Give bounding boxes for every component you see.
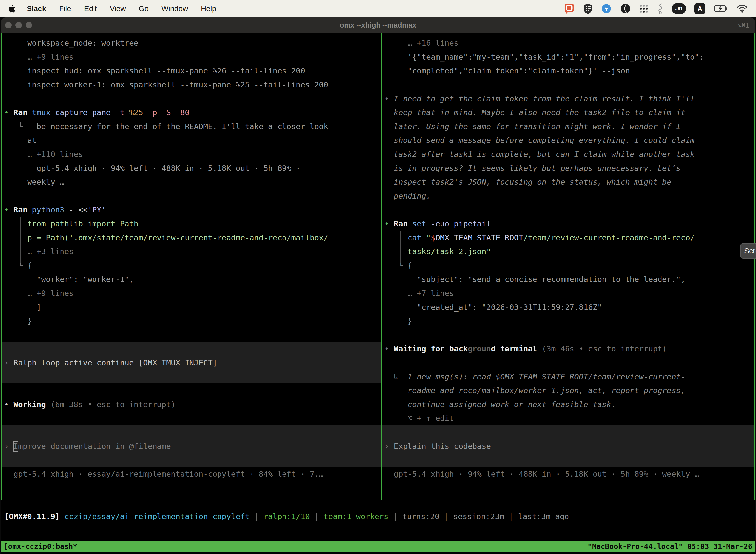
output-line: inspect_worker-1: omx sparkshell --tmux-… [4, 78, 381, 92]
team-workers: team:1 workers [324, 512, 388, 521]
output-line: weekly … [4, 175, 381, 189]
mailbox-message-line: ↳ 1 new msg(s): read $OMX_TEAM_STATE_ROO… [384, 370, 754, 384]
count-badge-icon[interactable]: ..61 [672, 3, 686, 14]
omx-version: [OMX#0.11.9] [4, 512, 60, 521]
code-line: tasks/task-2.json" [384, 244, 754, 258]
input-placeholder: Improve documentation in @filename [9, 442, 171, 450]
tmux-status-bar: [omx-cczip0:bash* "MacBook-Pro-44.local"… [1, 541, 755, 552]
output-line: inspect_hud: omx sparkshell --tmux-pane … [4, 64, 381, 78]
output-line: "completed","claim_token":"claim-token"}… [384, 64, 754, 78]
turns-counter: turns:20 [402, 512, 439, 521]
window-title: omx --xhigh --madmax [1, 17, 755, 33]
bullet-icon: • [4, 400, 9, 409]
thinking-line: task2 after task1 is complete, but can I… [384, 147, 754, 161]
thinking-line: inspect task2's JSON, focusing on the st… [384, 175, 754, 189]
screen-share-overlay: Scre [740, 243, 756, 259]
bullet-icon: • [384, 219, 389, 228]
tmux-panes: workspace_mode: worktree … +9 lines insp… [1, 33, 755, 500]
bullet-icon: • [384, 344, 389, 353]
repo-path: cczip/essay/ai-reimplementation-copyleft [60, 512, 250, 521]
edit-shortcut-hint: ⌥ + ↑ edit [384, 411, 754, 425]
output-line: "worker": "worker-1", [4, 272, 381, 286]
badge-seal-icon[interactable] [601, 3, 612, 14]
thinking-line: • I need to get the claim token from the… [384, 92, 754, 106]
collapsed-lines-indicator: … +16 lines [384, 36, 754, 50]
return-arrow-icon: ↳ [384, 372, 398, 381]
tmux-session-name: [omx-cczip0:bash* [4, 541, 77, 552]
apple-menu-icon[interactable] [8, 5, 15, 13]
macos-menu-bar: Slack File Edit View Go Window Help ..61… [0, 0, 756, 17]
squiggle-icon[interactable] [657, 3, 663, 14]
output-line: └ { [384, 258, 754, 272]
mailbox-message-line: readme-and-reco/mailbox/worker-1.json, a… [384, 384, 754, 397]
active-app-name[interactable]: Slack [27, 4, 46, 13]
ralph-counter: ralph:1/10 [263, 512, 310, 521]
command-line: • Ran tmux capture-pane -t %25 -p -S -80 [4, 106, 381, 119]
collapsed-lines-indicator: … +9 lines [4, 286, 381, 300]
menu-go[interactable]: Go [139, 4, 148, 13]
battery-icon[interactable] [714, 5, 728, 12]
output-line: } [384, 314, 754, 328]
prompt-input[interactable]: › Improve documentation in @filename [2, 439, 381, 453]
code-line: cat "$OMX_TEAM_STATE_ROOT/team/review-cu… [384, 231, 754, 244]
output-line: ] [4, 300, 381, 314]
output-line: └ { [4, 258, 381, 272]
corner-connector-icon: └ [4, 122, 23, 131]
output-line: } [4, 314, 381, 328]
thinking-line: is in progress? It seems likely but perh… [384, 161, 754, 175]
omx-status-footer: [OMX#0.11.9] cczip/essay/ai-reimplementa… [1, 509, 755, 523]
collapsed-lines-indicator: … +7 lines [384, 286, 754, 300]
model-status-line: gpt-5.4 xhigh · essay/ai-reimplementatio… [4, 467, 381, 481]
input-source-icon[interactable]: A [694, 3, 705, 14]
input-placeholder: Explain this codebase [389, 442, 491, 450]
output-line: workspace_mode: worktree [4, 36, 381, 50]
chat-app-icon[interactable] [564, 3, 574, 14]
prompt-chevron-icon: › [384, 442, 389, 450]
collapsed-lines-indicator: … +3 lines [4, 244, 381, 258]
text-cursor [13, 441, 18, 452]
tmux-host-clock: "MacBook-Pro-44.local" 05:03 31-Mar-26 [588, 541, 752, 552]
bullet-icon: • [4, 108, 9, 117]
output-connector-line [20, 217, 20, 263]
menu-window[interactable]: Window [162, 4, 188, 13]
right-terminal-pane: … +16 lines '{"team_name":"my-team","tas… [382, 33, 754, 500]
bullet-icon: • [4, 205, 9, 214]
menu-help[interactable]: Help [201, 4, 216, 13]
wifi-icon[interactable] [737, 4, 748, 13]
left-terminal-pane: workspace_mode: worktree … +9 lines insp… [2, 33, 381, 500]
crescent-disc-icon[interactable] [620, 3, 630, 14]
session-duration: session:23m [453, 512, 504, 521]
menu-view[interactable]: View [110, 4, 126, 13]
command-line: • Ran set -euo pipefail [384, 217, 754, 231]
ralph-loop-status: › Ralph loop active continue [OMX_TMUX_I… [2, 356, 381, 370]
dots-grid-icon[interactable] [639, 4, 649, 14]
prompt-input[interactable]: › Explain this codebase [382, 439, 754, 453]
output-line: '{"team_name":"my-team","task_id":"1","f… [384, 50, 754, 64]
output-line: └ be necessary for the end of the README… [4, 119, 381, 133]
terminal-window: omx --xhigh --madmax ⌥⌘1 workspace_mode:… [1, 17, 755, 554]
waiting-status: • Waiting for background terminal (3m 46… [384, 342, 754, 356]
output-line: gpt-5.4 xhigh · 94% left · 488K in · 5.1… [4, 161, 381, 175]
prompt-chevron-icon: › [4, 358, 9, 367]
last-activity: last:3m ago [518, 512, 569, 521]
window-shortcut-hint: ⌥⌘1 [737, 17, 749, 33]
prompt-chevron-icon: › [4, 442, 9, 450]
thinking-line: later. Using the same for transition mig… [384, 119, 754, 133]
code-line: p = Path('.omx/state/team/review-current… [4, 231, 381, 244]
command-line: • Ran python3 - <<'PY' [4, 203, 381, 217]
output-connector-line [400, 231, 401, 263]
output-line: at [4, 133, 381, 147]
thinking-line: pending. [384, 189, 754, 203]
model-status-line: gpt-5.4 xhigh · 94% left · 488K in · 5.1… [384, 467, 754, 481]
bullet-icon: • [384, 94, 389, 103]
collapsed-lines-indicator: … +9 lines [4, 50, 381, 64]
shield-grid-icon[interactable] [583, 3, 593, 14]
menu-edit[interactable]: Edit [84, 4, 97, 13]
code-line: from pathlib import Path [4, 217, 381, 231]
collapsed-lines-indicator: … +110 lines [4, 147, 381, 161]
menu-file[interactable]: File [59, 4, 71, 13]
mailbox-message-line: continue assigned work or next feasible … [384, 397, 754, 411]
window-titlebar: omx --xhigh --madmax ⌥⌘1 [1, 17, 755, 33]
output-line: "subject": "send a concise recommendatio… [384, 272, 754, 286]
thinking-line: keep that in mind. Maybe I also need the… [384, 106, 754, 119]
